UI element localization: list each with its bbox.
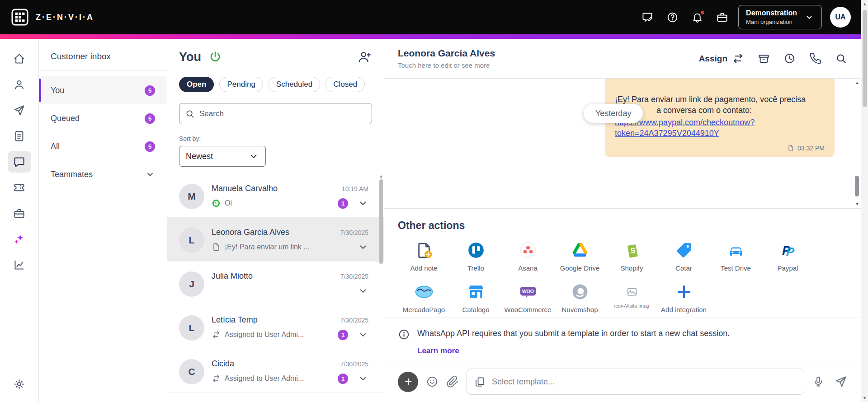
conversation-row-cicida[interactable]: C Cicida 7/30/2025 Assigned to User Admi…: [167, 349, 384, 393]
notifications-icon[interactable]: [691, 11, 703, 23]
rail-toolbox-icon[interactable]: [8, 202, 31, 224]
scrollbar-thumb[interactable]: [863, 10, 867, 107]
inbox-sidebar: Customer inbox You 5 Queued 5 All 5: [39, 39, 167, 402]
send-icon[interactable]: [835, 375, 847, 388]
history-icon[interactable]: [783, 52, 796, 65]
sidebar-item-you[interactable]: You 5: [39, 76, 167, 104]
sidebar-item-queued[interactable]: Queued 5: [39, 104, 167, 132]
chat-panel: Leonora Garcia Alves Touch here to edit …: [384, 39, 861, 402]
info-icon: [398, 328, 410, 341]
scroll-down-arrow[interactable]: ▼: [855, 202, 859, 206]
user-avatar[interactable]: UA: [830, 7, 851, 28]
rail-ai-sparkles-icon[interactable]: [8, 228, 31, 250]
sort-section: Sort by: Newest: [167, 124, 384, 167]
rail-ticket-icon[interactable]: [8, 177, 31, 198]
search-box[interactable]: [179, 103, 372, 124]
sort-value: Newest: [186, 152, 213, 161]
scrollbar-thumb[interactable]: [379, 179, 383, 264]
archive-icon[interactable]: [758, 52, 770, 65]
scroll-up-arrow[interactable]: ▲: [855, 80, 859, 85]
avatar: L: [179, 315, 204, 341]
action-paypal[interactable]: Paypal: [762, 240, 814, 272]
mic-icon[interactable]: [812, 375, 825, 388]
page-scrollbar[interactable]: ▲ ▼: [861, 0, 868, 402]
add-button[interactable]: [398, 372, 418, 392]
conversation-time: 7/30/2025: [337, 273, 368, 280]
action-woocommerce[interactable]: WooCommerce: [502, 281, 554, 314]
assign-button[interactable]: Assign: [699, 52, 744, 65]
action-cotar[interactable]: Cotar: [658, 240, 710, 272]
sort-dropdown[interactable]: Newest: [179, 146, 266, 167]
tab-pending[interactable]: Pending: [219, 77, 263, 92]
search-input[interactable]: [199, 109, 366, 118]
rail-settings-icon[interactable]: [8, 373, 31, 395]
chevron-down-icon[interactable]: [358, 329, 368, 340]
rail-home-icon[interactable]: [8, 48, 31, 70]
action-google-drive[interactable]: Google Drive: [554, 240, 606, 272]
chevron-down-icon[interactable]: [358, 198, 368, 209]
add-contact-icon[interactable]: [358, 50, 372, 64]
org-selector[interactable]: Demonstration Main organization: [738, 5, 822, 29]
briefcase-icon[interactable]: [716, 11, 728, 23]
brand[interactable]: Z·E·N·V·I·A: [10, 7, 94, 27]
rail-analytics-icon[interactable]: [8, 254, 31, 276]
tab-open[interactable]: Open: [179, 77, 214, 92]
action-add-note[interactable]: Add note: [398, 240, 450, 272]
contact-header[interactable]: Leonora Garcia Alves Touch here to edit …: [398, 48, 495, 69]
action-catalogo[interactable]: Catalogo: [450, 281, 502, 314]
unread-badge: 1: [338, 198, 348, 209]
status-tabs: Open Pending Scheduled Closed: [167, 64, 384, 92]
search-icon[interactable]: [835, 52, 847, 65]
scroll-up-arrow[interactable]: ▲: [379, 174, 383, 178]
org-name: Demonstration: [746, 9, 797, 17]
conversation-row-leonora[interactable]: L Leonora Garcia Alves 7/30/2025 ¡Ey! Pa…: [167, 218, 384, 262]
action-visita-broken[interactable]: icon-Visita imag: [606, 281, 658, 314]
chevron-down-icon[interactable]: [358, 373, 368, 384]
scroll-down-arrow[interactable]: ▼: [863, 396, 867, 400]
conversation-row-julia[interactable]: J Julia Miotto 7/30/2025: [167, 262, 384, 305]
template-input[interactable]: [492, 377, 797, 387]
avatar: L: [179, 228, 204, 253]
mercadopago-icon: [415, 282, 434, 301]
rail-docs-icon[interactable]: [8, 125, 31, 147]
rail-send-icon[interactable]: [8, 99, 31, 121]
composer: [384, 361, 861, 402]
tab-scheduled[interactable]: Scheduled: [269, 77, 320, 92]
phone-icon[interactable]: [809, 52, 821, 65]
date-pill: Yesterday: [584, 104, 643, 123]
emoji-icon[interactable]: [426, 375, 439, 388]
messages-scrollbar[interactable]: ▲ ▼: [854, 80, 861, 206]
learn-more-link[interactable]: Learn more: [417, 346, 459, 355]
action-asana[interactable]: Asana: [502, 240, 554, 272]
tab-closed[interactable]: Closed: [326, 77, 365, 92]
availability-power-icon[interactable]: [208, 50, 222, 64]
sidebar-item-teammates[interactable]: Teammates: [39, 160, 167, 188]
transfer-icon: [732, 52, 744, 65]
conversation-list-panel: You Open Pending Scheduled Closed Sort b…: [167, 39, 384, 402]
chevron-down-icon[interactable]: [358, 285, 368, 296]
action-nuvemshop[interactable]: Nuvemshop: [554, 281, 606, 314]
org-subtitle: Main organization: [746, 19, 797, 25]
action-mercadopago[interactable]: MercadoPago: [398, 281, 450, 314]
chevron-down-icon[interactable]: [358, 242, 368, 252]
rail-contacts-icon[interactable]: [8, 74, 31, 95]
help-icon[interactable]: [666, 11, 679, 23]
chat-edit-icon[interactable]: [642, 11, 654, 23]
template-select-field[interactable]: [467, 369, 804, 395]
action-trello[interactable]: Trello: [450, 240, 502, 272]
action-shopify[interactable]: Shopify: [606, 240, 658, 272]
brand-name: Z·E·N·V·I·A: [36, 13, 94, 22]
conversation-row-manuela[interactable]: M Manuela Carvalho 10:19 AM Oi 1: [167, 174, 384, 218]
list-scrollbar[interactable]: ▲: [379, 174, 383, 402]
message-time: 03:32 PM: [797, 145, 825, 152]
action-add-integration[interactable]: Add integration: [658, 281, 710, 314]
scrollbar-thumb[interactable]: [855, 176, 859, 196]
scroll-up-arrow[interactable]: ▲: [863, 2, 867, 6]
payment-link[interactable]: https://www.paypal.com/checkoutnow? toke…: [615, 117, 825, 139]
conversation-row-leticia[interactable]: L Letícia Temp 7/30/2025 Assigned to Use…: [167, 305, 384, 349]
action-test-drive[interactable]: Test Drive: [710, 240, 762, 272]
sidebar-item-all[interactable]: All 5: [39, 132, 167, 160]
search-icon: [185, 109, 195, 119]
rail-chat-icon[interactable]: [8, 151, 31, 173]
attachment-icon[interactable]: [446, 375, 459, 388]
